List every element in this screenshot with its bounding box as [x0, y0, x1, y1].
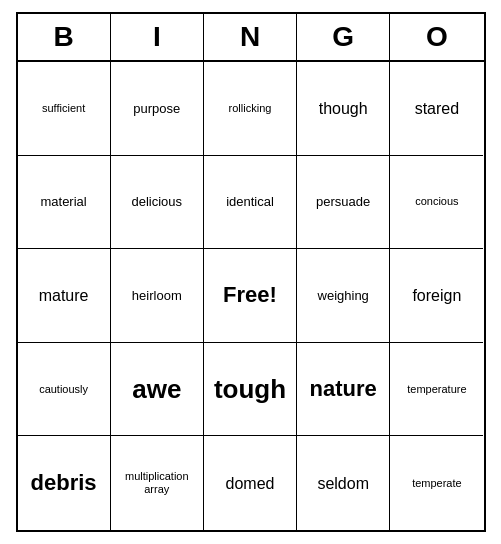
bingo-cell-1-2: identical — [204, 156, 297, 250]
bingo-grid: sufficientpurposerollickingthoughstaredm… — [18, 62, 484, 530]
cell-text: heirloom — [132, 288, 182, 304]
bingo-cell-2-4: foreign — [390, 249, 483, 343]
bingo-cell-1-4: concious — [390, 156, 483, 250]
cell-text: stared — [415, 99, 459, 118]
bingo-cell-4-3: seldom — [297, 436, 390, 530]
cell-text: domed — [226, 474, 275, 493]
cell-text: seldom — [317, 474, 369, 493]
bingo-cell-3-0: cautiously — [18, 343, 111, 437]
cell-text: identical — [226, 194, 274, 210]
bingo-cell-2-1: heirloom — [111, 249, 204, 343]
cell-text: Free! — [223, 282, 277, 308]
cell-text: delicious — [131, 194, 182, 210]
bingo-cell-1-3: persuade — [297, 156, 390, 250]
bingo-cell-0-0: sufficient — [18, 62, 111, 156]
bingo-cell-2-0: mature — [18, 249, 111, 343]
cell-text: weighing — [318, 288, 369, 304]
header-letter-n: N — [204, 14, 297, 60]
bingo-cell-4-2: domed — [204, 436, 297, 530]
bingo-card: BINGO sufficientpurposerollickingthoughs… — [16, 12, 486, 532]
cell-text: temperature — [407, 383, 466, 396]
cell-text: awe — [132, 374, 181, 405]
bingo-cell-3-2: tough — [204, 343, 297, 437]
cell-text: purpose — [133, 101, 180, 117]
cell-text: mature — [39, 286, 89, 305]
bingo-cell-4-1: multiplication array — [111, 436, 204, 530]
bingo-cell-0-3: though — [297, 62, 390, 156]
bingo-cell-4-0: debris — [18, 436, 111, 530]
cell-text: nature — [310, 376, 377, 402]
bingo-cell-2-2: Free! — [204, 249, 297, 343]
cell-text: temperate — [412, 477, 462, 490]
bingo-cell-0-2: rollicking — [204, 62, 297, 156]
bingo-cell-1-1: delicious — [111, 156, 204, 250]
cell-text: cautiously — [39, 383, 88, 396]
bingo-cell-3-4: temperature — [390, 343, 483, 437]
cell-text: persuade — [316, 194, 370, 210]
cell-text: debris — [31, 470, 97, 496]
bingo-cell-3-3: nature — [297, 343, 390, 437]
cell-text: rollicking — [229, 102, 272, 115]
bingo-header: BINGO — [18, 14, 484, 62]
header-letter-i: I — [111, 14, 204, 60]
header-letter-g: G — [297, 14, 390, 60]
cell-text: though — [319, 99, 368, 118]
cell-text: tough — [214, 374, 286, 405]
cell-text: concious — [415, 195, 458, 208]
bingo-cell-1-0: material — [18, 156, 111, 250]
cell-text: multiplication array — [115, 470, 199, 496]
bingo-cell-0-1: purpose — [111, 62, 204, 156]
cell-text: foreign — [412, 286, 461, 305]
bingo-cell-2-3: weighing — [297, 249, 390, 343]
cell-text: sufficient — [42, 102, 85, 115]
header-letter-o: O — [390, 14, 483, 60]
header-letter-b: B — [18, 14, 111, 60]
bingo-cell-0-4: stared — [390, 62, 483, 156]
bingo-cell-4-4: temperate — [390, 436, 483, 530]
cell-text: material — [40, 194, 86, 210]
bingo-cell-3-1: awe — [111, 343, 204, 437]
